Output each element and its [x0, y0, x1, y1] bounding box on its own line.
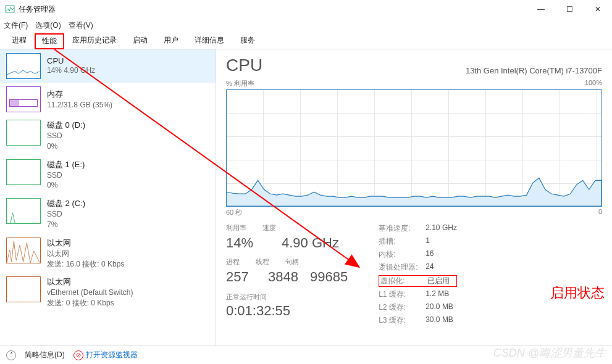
sidebar-item-label: 以太网	[47, 276, 133, 287]
sidebar-item-sub2: 7%	[47, 220, 85, 230]
sidebar-item-sub: SSD	[47, 131, 85, 141]
tab-startup[interactable]: 启动	[125, 32, 156, 49]
value-l1-cache: 1.2 MB	[425, 289, 457, 300]
ethernet-thumb-icon	[6, 238, 41, 263]
sidebar-item-sub: SSD	[47, 170, 85, 181]
value-uptime: 0:01:32:55	[226, 303, 348, 319]
watermark: CSDN @晦涩男董先生	[493, 345, 606, 360]
menu-options[interactable]: 选项(O)	[35, 20, 61, 31]
value-l2-cache: 20.0 MB	[425, 302, 457, 313]
tab-performance[interactable]: 性能	[35, 33, 64, 49]
graph-label: % 利用率	[226, 79, 254, 88]
tab-users[interactable]: 用户	[156, 32, 187, 49]
app-icon	[5, 4, 15, 14]
value-threads: 3848	[268, 269, 299, 285]
label-processes: 进程	[226, 257, 240, 267]
resource-monitor-label: 打开资源监视器	[86, 350, 138, 360]
sidebar-item-memory[interactable]: 内存 11.2/31.8 GB (35%)	[0, 83, 216, 116]
memory-thumb-icon	[6, 86, 41, 112]
sidebar-item-sub: 14% 4.90 GHz	[47, 65, 95, 76]
label-logical-processors: 逻辑处理器:	[379, 262, 425, 273]
tab-services[interactable]: 服务	[232, 32, 263, 49]
label-l1-cache: L1 缓存:	[379, 289, 425, 300]
label-handles: 句柄	[285, 257, 299, 267]
sidebar-item-sub: 11.2/31.8 GB (35%)	[47, 100, 112, 110]
cpu-thumb-icon	[6, 53, 41, 79]
menu-view[interactable]: 查看(V)	[69, 20, 93, 31]
sidebar-item-sub: vEthernet (Default Switch)	[47, 287, 133, 298]
value-processes: 257	[226, 269, 257, 285]
resource-monitor-icon: ⊘	[73, 350, 83, 360]
sidebar-item-sub: 以太网	[47, 249, 124, 259]
minimize-button[interactable]: —	[527, 0, 555, 19]
sidebar-item-cpu[interactable]: CPU 14% 4.90 GHz	[0, 49, 216, 83]
value-speed: 4.90 GHz	[282, 235, 339, 251]
menu-bar: 文件(F) 选项(O) 查看(V)	[0, 19, 612, 32]
value-cores: 16	[425, 249, 457, 260]
cpu-model: 13th Gen Intel(R) Core(TM) i7-13700F	[466, 66, 602, 75]
value-base-speed: 2.10 GHz	[425, 223, 457, 234]
open-resource-monitor-link[interactable]: ⊘ 打开资源监视器	[73, 350, 138, 360]
graph-max: 100%	[585, 79, 602, 88]
tab-app-history[interactable]: 应用历史记录	[64, 32, 125, 49]
sidebar-item-sub2: 发送: 0 接收: 0 Kbps	[47, 298, 133, 308]
close-button[interactable]: ✕	[584, 0, 612, 19]
label-l2-cache: L2 缓存:	[379, 302, 425, 313]
sidebar-item-label: 磁盘 0 (D:)	[47, 120, 85, 131]
title-bar: 任务管理器 — ☐ ✕	[0, 0, 612, 19]
performance-sidebar: CPU 14% 4.90 GHz 内存 11.2/31.8 GB (35%) 磁…	[0, 49, 216, 345]
value-handles: 99685	[310, 269, 348, 285]
tab-strip: 进程 性能 应用历史记录 启动 用户 详细信息 服务	[0, 32, 612, 49]
label-speed: 速度	[262, 223, 276, 233]
sidebar-item-sub2: 0%	[47, 180, 85, 191]
sidebar-item-disk0[interactable]: 磁盘 0 (D:) SSD 0%	[0, 116, 216, 155]
label-threads: 线程	[256, 257, 269, 267]
label-uptime: 正常运行时间	[226, 292, 348, 302]
sidebar-item-disk1[interactable]: 磁盘 1 (E:) SSD 0%	[0, 155, 216, 195]
axis-right: 0	[598, 208, 602, 217]
window-controls: — ☐ ✕	[527, 0, 612, 19]
virtualization-row: 虚拟化: 已启用	[379, 275, 457, 287]
label-utilization: 利用率	[226, 223, 246, 233]
sidebar-item-label: 内存	[47, 89, 112, 100]
detail-title: CPU	[226, 56, 262, 75]
label-sockets: 插槽:	[379, 236, 425, 247]
sidebar-item-disk2[interactable]: 磁盘 2 (C:) SSD 7%	[0, 194, 216, 234]
sidebar-item-sub2: 发送: 16.0 接收: 0 Kbps	[47, 259, 124, 270]
cpu-detail-pane: CPU 13th Gen Intel(R) Core(TM) i7-13700F…	[216, 49, 612, 345]
sidebar-item-eth0[interactable]: 以太网 以太网 发送: 16.0 接收: 0 Kbps	[0, 234, 216, 273]
value-virtualization: 已启用	[427, 276, 455, 286]
axis-left: 60 秒	[226, 208, 242, 217]
sidebar-item-label: 磁盘 1 (E:)	[47, 159, 85, 170]
sidebar-item-sub2: 0%	[47, 141, 85, 152]
value-utilization: 14%	[226, 235, 270, 251]
label-l3-cache: L3 缓存:	[379, 315, 425, 326]
sidebar-item-label: 磁盘 2 (C:)	[47, 198, 85, 209]
label-base-speed: 基准速度:	[379, 223, 425, 234]
brief-info-link[interactable]: 简略信息(D)	[25, 350, 65, 360]
maximize-button[interactable]: ☐	[555, 0, 584, 19]
menu-file[interactable]: 文件(F)	[4, 20, 28, 31]
tab-details[interactable]: 详细信息	[187, 32, 232, 49]
label-cores: 内核:	[379, 249, 425, 260]
disk-thumb-icon	[6, 120, 41, 146]
value-l3-cache: 30.0 MB	[425, 315, 457, 326]
sidebar-item-label: CPU	[47, 56, 95, 65]
window-title: 任务管理器	[19, 4, 56, 15]
label-virtualization: 虚拟化:	[380, 276, 427, 286]
annotation-status: 启用状态	[550, 284, 605, 302]
ethernet-thumb-icon	[6, 276, 41, 302]
cpu-info-grid: 基准速度: 2.10 GHz 插槽: 1 内核: 16 逻辑处理器: 24 虚拟…	[379, 223, 457, 326]
disk-thumb-icon	[6, 198, 41, 224]
disk-thumb-icon	[6, 159, 41, 185]
chevron-up-icon[interactable]: ˄	[6, 350, 16, 360]
sidebar-item-eth1[interactable]: 以太网 vEthernet (Default Switch) 发送: 0 接收:…	[0, 273, 216, 312]
sidebar-item-sub: SSD	[47, 209, 85, 220]
value-sockets: 1	[425, 236, 457, 247]
cpu-utilization-graph[interactable]	[226, 89, 602, 207]
value-logical-processors: 24	[425, 262, 457, 273]
tab-processes[interactable]: 进程	[4, 32, 35, 49]
sidebar-item-label: 以太网	[47, 238, 124, 249]
